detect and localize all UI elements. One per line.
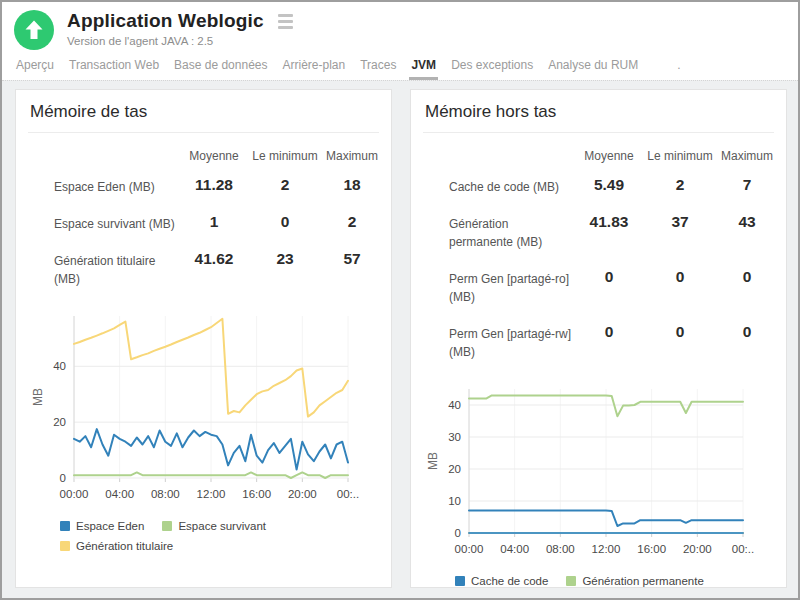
y-tick-label: 40	[53, 360, 66, 372]
y-axis-label: MB	[426, 452, 440, 470]
y-axis-label: MB	[31, 388, 45, 406]
heap-memory-plot: 00:0004:0008:0012:0016:0020:0000:..02040…	[28, 308, 360, 504]
x-tick-label: 00:..	[337, 488, 359, 500]
arrow-up-circle-icon	[14, 10, 54, 50]
x-tick-label: 16:00	[242, 488, 271, 500]
metric-value-le-minimum: 2	[642, 167, 718, 204]
app-health-icon	[14, 10, 54, 50]
legend-label: Génération permanente	[582, 575, 703, 587]
table-header-le-minimum: Le minimum	[642, 141, 718, 167]
tab-transaction-web[interactable]: Transaction Web	[67, 56, 161, 80]
x-tick-label: 00:..	[732, 543, 754, 555]
metric-label: Génération permanente (MB)	[449, 204, 576, 259]
legend-item-cache-de-code[interactable]: Cache de code	[455, 575, 548, 587]
x-tick-label: 20:00	[288, 488, 317, 500]
y-tick-label: 20	[53, 416, 66, 428]
metric-label: Génération titulaire (MB)	[54, 241, 181, 296]
app-window: Application Weblogic Version de l'agent …	[0, 0, 800, 600]
header-text: Application Weblogic Version de l'agent …	[67, 10, 295, 47]
tab-jvm[interactable]: JVM	[409, 56, 438, 80]
tab-des-exceptions[interactable]: Des exceptions	[449, 56, 535, 80]
metric-value-moyenne: 5.49	[576, 167, 642, 204]
content-area: Mémoire de tas MoyenneLe minimumMaximumE…	[2, 80, 798, 598]
table-corner	[449, 141, 576, 167]
legend-swatch-icon	[162, 521, 172, 531]
legend-swatch-icon	[60, 521, 70, 531]
x-tick-label: 08:00	[151, 488, 180, 500]
metric-value-maximum: 43	[718, 204, 776, 259]
legend-item-g-n-ration-permanente[interactable]: Génération permanente	[566, 575, 703, 587]
metric-value-moyenne: 1	[181, 204, 247, 241]
x-tick-label: 04:00	[105, 488, 134, 500]
metric-value-maximum: 18	[323, 167, 381, 204]
x-tick-label: 00:00	[60, 488, 89, 500]
metric-value-moyenne: 0	[576, 314, 642, 369]
nonheap-memory-panel: Mémoire hors tas MoyenneLe minimumMaximu…	[410, 89, 787, 588]
metric-value-maximum: 2	[323, 204, 381, 241]
x-tick-label: 04:00	[500, 543, 529, 555]
tab-dot[interactable]: .	[675, 56, 682, 80]
metric-value-le-minimum: 0	[642, 259, 718, 314]
page-title: Application Weblogic	[67, 10, 264, 32]
tab-aper-u[interactable]: Aperçu	[14, 56, 56, 80]
x-tick-label: 08:00	[546, 543, 575, 555]
agent-version-label: Version de l'agent JAVA : 2.5	[67, 35, 295, 47]
metric-value-le-minimum: 0	[247, 204, 323, 241]
heap-memory-panel: Mémoire de tas MoyenneLe minimumMaximumE…	[15, 89, 392, 588]
app-header: Application Weblogic Version de l'agent …	[2, 2, 798, 50]
metric-value-moyenne: 41.83	[576, 204, 642, 259]
x-tick-label: 16:00	[637, 543, 666, 555]
nonheap-memory-table: MoyenneLe minimumMaximumCache de code (M…	[449, 141, 776, 369]
metric-label: Perm Gen [partagé-ro](MB)	[449, 259, 576, 314]
y-tick-label: 20	[448, 463, 461, 475]
nonheap-memory-chart: 00:0004:0008:0012:0016:0020:0000:..01020…	[423, 381, 786, 559]
y-tick-label: 0	[60, 472, 66, 484]
legend-swatch-icon	[566, 576, 576, 586]
legend-label: Espace survivant	[178, 520, 266, 532]
legend-item-espace-survivant[interactable]: Espace survivant	[162, 520, 266, 532]
metric-value-le-minimum: 0	[642, 314, 718, 369]
legend-item-espace-eden[interactable]: Espace Eden	[60, 520, 144, 532]
y-tick-label: 30	[448, 431, 461, 443]
y-tick-label: 10	[448, 495, 461, 507]
tab-traces[interactable]: Traces	[358, 56, 398, 80]
metric-value-le-minimum: 23	[247, 241, 323, 296]
metric-value-le-minimum: 37	[642, 204, 718, 259]
metric-label: Espace survivant (MB)	[54, 204, 181, 241]
legend-label: Espace Eden	[76, 520, 144, 532]
table-header-maximum: Maximum	[718, 141, 776, 167]
tab-analyse-du-rum[interactable]: Analyse du RUM	[546, 56, 640, 80]
x-tick-label: 20:00	[683, 543, 712, 555]
metric-value-maximum: 57	[323, 241, 381, 296]
x-tick-label: 12:00	[592, 543, 621, 555]
metric-value-moyenne: 11.28	[181, 167, 247, 204]
tab-base-de-donn-es[interactable]: Base de données	[172, 56, 269, 80]
table-header-moyenne: Moyenne	[576, 141, 642, 167]
table-header-maximum: Maximum	[323, 141, 381, 167]
heap-memory-table: MoyenneLe minimumMaximumEspace Eden (MB)…	[54, 141, 381, 296]
tab-arri-re-plan[interactable]: Arrière-plan	[281, 56, 348, 80]
metric-label: Perm Gen [partagé-rw](MB)	[449, 314, 576, 369]
table-header-moyenne: Moyenne	[181, 141, 247, 167]
table-corner	[54, 141, 181, 167]
heap-memory-chart: 00:0004:0008:0012:0016:0020:0000:..02040…	[28, 308, 391, 504]
metric-value-maximum: 0	[718, 314, 776, 369]
metric-value-le-minimum: 2	[247, 167, 323, 204]
nonheap-memory-plot: 00:0004:0008:0012:0016:0020:0000:..01020…	[423, 381, 755, 559]
metric-value-maximum: 0	[718, 259, 776, 314]
x-tick-label: 00:00	[455, 543, 484, 555]
panel-title-nonheap: Mémoire hors tas	[423, 90, 774, 133]
legend-label: Génération titulaire	[76, 540, 173, 552]
menu-icon[interactable]	[276, 12, 295, 31]
legend-label: Cache de code	[471, 575, 548, 587]
legend-item-g-n-ration-titulaire[interactable]: Génération titulaire	[60, 540, 173, 552]
tab-bar: AperçuTransaction WebBase de donnéesArri…	[2, 50, 798, 80]
y-tick-label: 40	[448, 399, 461, 411]
table-header-le-minimum: Le minimum	[247, 141, 323, 167]
panel-title-heap: Mémoire de tas	[28, 90, 379, 133]
heap-chart-legend: Espace EdenEspace survivantGénération ti…	[60, 520, 377, 552]
y-tick-label: 0	[455, 527, 461, 539]
legend-swatch-icon	[455, 576, 465, 586]
metric-label: Espace Eden (MB)	[54, 167, 181, 204]
x-tick-label: 12:00	[197, 488, 226, 500]
